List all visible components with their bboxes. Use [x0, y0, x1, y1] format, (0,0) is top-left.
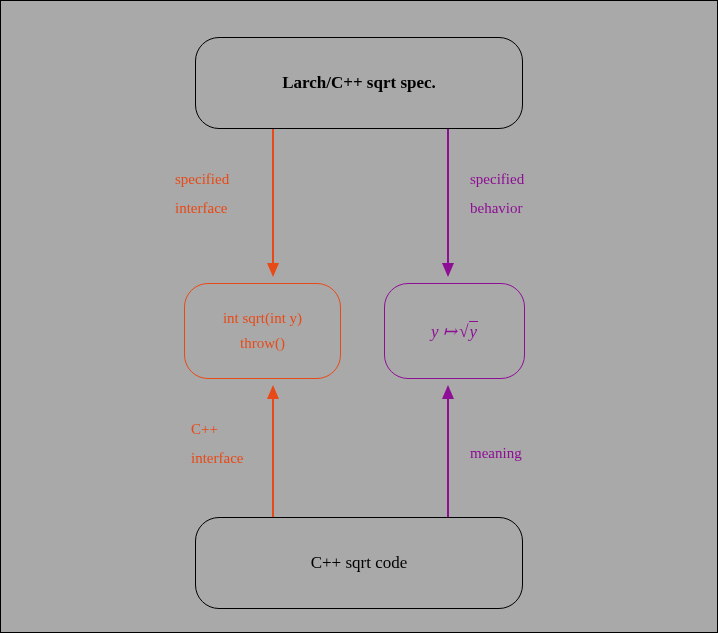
maps-to-icon: ↦	[443, 322, 455, 341]
label-si-2: interface	[175, 194, 229, 223]
label-cpp-interface: C++ interface	[191, 415, 243, 472]
interface-line1: int sqrt(int y)	[223, 306, 302, 332]
spec-label: Larch/C++ sqrt spec.	[282, 73, 436, 93]
radicand: y	[469, 321, 479, 341]
label-m: meaning	[470, 439, 522, 468]
label-specified-behavior: specified behavior	[470, 165, 524, 222]
arrow-cpp-interface	[263, 379, 283, 517]
label-si-1: specified	[175, 165, 229, 194]
behavior-formula: y ↦ √y	[431, 321, 478, 342]
behavior-box: y ↦ √y	[384, 283, 525, 379]
label-sb-1: specified	[470, 165, 524, 194]
arrow-specified-interface	[263, 129, 283, 283]
sqrt-symbol: √y	[459, 322, 478, 342]
code-label: C++ sqrt code	[311, 553, 408, 573]
label-ci-1: C++	[191, 415, 243, 444]
formula-var: y	[431, 322, 439, 341]
label-sb-2: behavior	[470, 194, 524, 223]
label-ci-2: interface	[191, 444, 243, 473]
label-meaning: meaning	[470, 439, 522, 468]
arrow-meaning	[438, 379, 458, 517]
interface-box: int sqrt(int y) throw()	[184, 283, 341, 379]
arrow-specified-behavior	[438, 129, 458, 283]
label-specified-interface: specified interface	[175, 165, 229, 222]
interface-line2: throw()	[240, 331, 285, 357]
spec-box: Larch/C++ sqrt spec.	[195, 37, 523, 129]
code-box: C++ sqrt code	[195, 517, 523, 609]
